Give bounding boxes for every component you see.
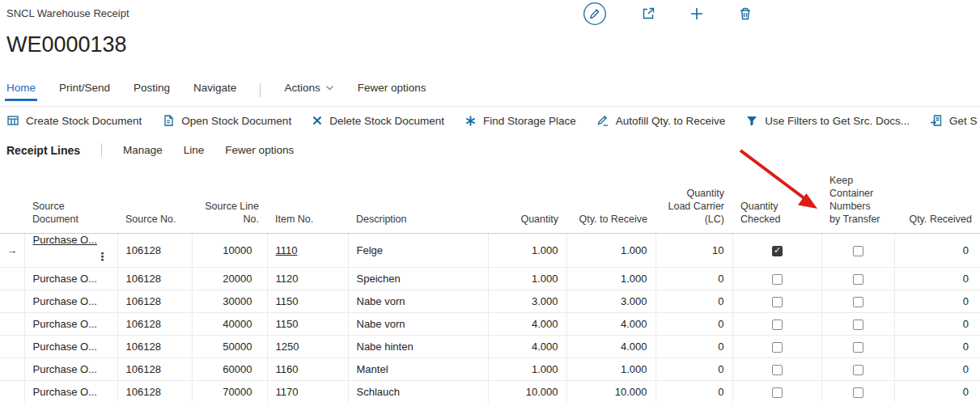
cell-item-no[interactable]: 1160 [267, 358, 348, 380]
column-header-source-no[interactable]: Source No. [117, 165, 192, 233]
tab-navigate[interactable]: Navigate [193, 82, 236, 99]
quantity-checked-checkbox[interactable] [772, 342, 783, 353]
fewer-options-button[interactable]: Fewer options [358, 82, 426, 99]
add-icon[interactable] [689, 6, 704, 21]
cell-qty-received[interactable]: 0 [894, 335, 980, 358]
quantity-checked-checkbox[interactable] [772, 246, 783, 256]
cell-item-no[interactable]: 1170 [267, 380, 348, 402]
action-open-stock-document[interactable]: Open Stock Document [162, 114, 291, 127]
cell-source-no[interactable]: 106128 [117, 312, 192, 335]
column-header-quantity-checked[interactable]: Quantity Checked [732, 165, 821, 233]
row-selector-cell[interactable] [0, 312, 24, 335]
cell-qty-to-receive[interactable]: 10.000 [566, 380, 655, 402]
cell-quantity-checked[interactable] [732, 358, 821, 380]
keep-container-checkbox[interactable] [853, 246, 863, 256]
cell-quantity-checked[interactable] [732, 233, 821, 267]
cell-source-line-no[interactable]: 10000 [192, 233, 267, 267]
cell-quantity[interactable]: 1.000 [488, 358, 566, 380]
cell-keep-container[interactable] [821, 233, 894, 267]
cell-keep-container[interactable] [821, 358, 894, 380]
cell-source-no[interactable]: 106128 [117, 358, 192, 380]
column-header-item-no[interactable]: Item No. [267, 165, 348, 233]
manage-menu-button[interactable]: Manage [123, 144, 163, 156]
cell-qty-load-carrier[interactable]: 10 [655, 233, 732, 267]
cell-source-document[interactable]: Purchase O... [24, 267, 117, 290]
cell-quantity-checked[interactable] [732, 267, 821, 290]
cell-qty-load-carrier[interactable]: 0 [655, 312, 732, 335]
lines-fewer-options-button[interactable]: Fewer options [225, 144, 294, 156]
item-no-link[interactable]: 1110 [276, 244, 298, 256]
quantity-checked-checkbox[interactable] [772, 297, 783, 307]
cell-quantity[interactable]: 1.000 [488, 267, 566, 290]
cell-quantity[interactable]: 1.000 [488, 233, 566, 267]
keep-container-checkbox[interactable] [853, 342, 863, 353]
column-header-description[interactable]: Description [348, 165, 488, 233]
selected-row-marker[interactable]: → [0, 233, 24, 267]
column-header-source-line-no[interactable]: Source Line No. [192, 165, 267, 233]
table-row[interactable]: Purchase O...106128500001250Nabe hinten4… [0, 335, 980, 358]
quantity-checked-checkbox[interactable] [772, 319, 783, 330]
tab-posting[interactable]: Posting [134, 82, 170, 99]
cell-qty-received[interactable]: 0 [894, 267, 980, 290]
delete-icon[interactable] [738, 6, 753, 21]
cell-description[interactable]: Schlauch [348, 380, 488, 402]
cell-qty-to-receive[interactable]: 4.000 [566, 335, 655, 358]
action-delete-stock-document[interactable]: Delete Stock Document [312, 115, 444, 127]
tab-actions[interactable]: Actions [284, 82, 333, 99]
cell-qty-received[interactable]: 0 [894, 233, 980, 267]
cell-description[interactable]: Mantel [348, 358, 488, 380]
tab-print-send[interactable]: Print/Send [59, 82, 110, 99]
cell-qty-received[interactable]: 0 [894, 358, 980, 380]
cell-source-no[interactable]: 106128 [117, 380, 192, 402]
cell-description[interactable]: Felge [348, 233, 488, 267]
cell-quantity[interactable]: 4.000 [488, 312, 566, 335]
cell-description[interactable]: Nabe vorn [348, 312, 488, 335]
cell-keep-container[interactable] [821, 335, 894, 358]
cell-source-document[interactable]: Purchase O... [24, 290, 117, 312]
cell-source-document[interactable]: Purchase O... [24, 358, 117, 380]
cell-qty-received[interactable]: 0 [894, 290, 980, 312]
action-find-storage-place[interactable]: Find Storage Place [465, 115, 576, 127]
row-selector-cell[interactable] [0, 267, 24, 290]
tab-home[interactable]: Home [6, 82, 36, 99]
cell-keep-container[interactable] [821, 380, 894, 402]
cell-source-line-no[interactable]: 70000 [192, 380, 267, 402]
action-create-stock-document[interactable]: Create Stock Document [6, 114, 142, 127]
cell-source-line-no[interactable]: 30000 [192, 290, 267, 312]
cell-qty-received[interactable]: 0 [894, 312, 980, 335]
cell-description[interactable]: Nabe hinten [348, 335, 488, 358]
cell-qty-to-receive[interactable]: 1.000 [566, 233, 655, 267]
table-row[interactable]: Purchase O...106128600001160Mantel1.0001… [0, 358, 980, 380]
row-selector-cell[interactable] [0, 335, 24, 358]
quantity-checked-checkbox[interactable] [772, 274, 783, 285]
cell-item-no[interactable]: 1250 [267, 335, 348, 358]
cell-qty-to-receive[interactable]: 1.000 [566, 267, 655, 290]
column-header-quantity[interactable]: Quantity [488, 165, 566, 233]
row-selector-cell[interactable] [0, 380, 24, 402]
cell-keep-container[interactable] [821, 267, 894, 290]
cell-source-document[interactable]: Purchase O... [24, 312, 117, 335]
cell-quantity[interactable]: 10.000 [488, 380, 566, 402]
cell-keep-container[interactable] [821, 312, 894, 335]
column-header-selector[interactable] [0, 165, 24, 233]
row-selector-cell[interactable] [0, 290, 24, 312]
cell-source-line-no[interactable]: 20000 [192, 267, 267, 290]
cell-description[interactable]: Speichen [348, 267, 488, 290]
keep-container-checkbox[interactable] [853, 365, 863, 375]
column-header-qty-load-carrier[interactable]: Quantity Load Carrier (LC) [655, 165, 732, 233]
cell-quantity[interactable]: 3.000 [488, 290, 566, 312]
cell-item-no[interactable]: 1150 [267, 312, 348, 335]
cell-item-no[interactable]: 1120 [267, 267, 348, 290]
cell-source-line-no[interactable]: 50000 [192, 335, 267, 358]
cell-qty-to-receive[interactable]: 3.000 [566, 290, 655, 312]
table-row[interactable]: Purchase O...106128700001170Schlauch10.0… [0, 380, 980, 402]
column-header-keep-container[interactable]: Keep Container Numbers by Transfer [821, 165, 894, 233]
edit-pencil-icon[interactable] [583, 2, 607, 26]
cell-quantity-checked[interactable] [732, 290, 821, 312]
cell-qty-load-carrier[interactable]: 0 [655, 267, 732, 290]
cell-quantity-checked[interactable] [732, 312, 821, 335]
cell-source-document[interactable]: Purchase O... [24, 335, 117, 358]
cell-qty-load-carrier[interactable]: 0 [655, 335, 732, 358]
cell-keep-container[interactable] [821, 290, 894, 312]
cell-source-no[interactable]: 106128 [117, 233, 192, 267]
